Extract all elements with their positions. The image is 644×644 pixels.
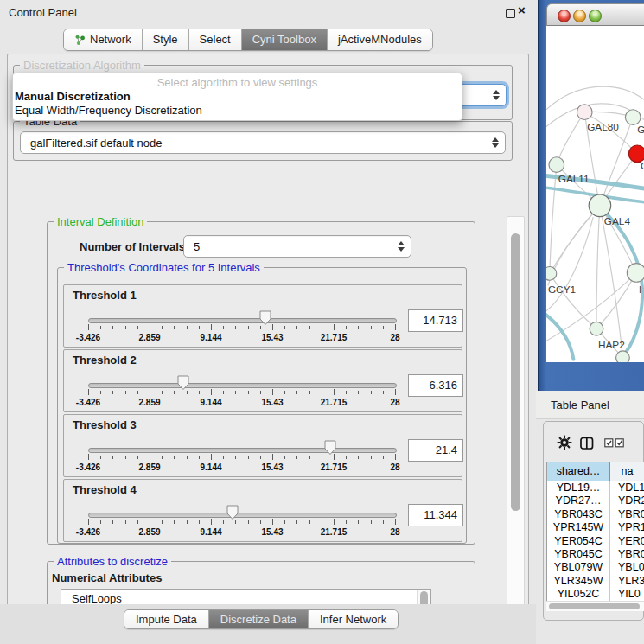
network-edge[interactable] (546, 218, 593, 312)
slider-tick (125, 326, 126, 329)
network-node-h[interactable] (627, 264, 644, 283)
table-row[interactable]: YER054CYER0 (547, 535, 644, 548)
network-edge[interactable] (546, 315, 573, 360)
slider-ticks (88, 389, 395, 397)
slider-tick (296, 520, 297, 524)
tick-label: -3.426 (76, 398, 100, 407)
close-traffic-light[interactable] (558, 10, 571, 22)
slider-tick (371, 520, 372, 524)
number-of-intervals-label: Number of Intervals (80, 240, 185, 253)
threshold-value-field[interactable]: 11.344 (408, 504, 463, 526)
table-hscrollbar-thumb[interactable] (549, 603, 640, 609)
slider-tick (88, 519, 89, 525)
slider-tick (235, 456, 236, 459)
network-edge[interactable] (596, 206, 600, 329)
table-hscrollbar[interactable] (546, 601, 644, 611)
network-edge[interactable] (557, 112, 584, 165)
table-row[interactable]: YBR045CYBR0 (547, 548, 644, 561)
table-row[interactable]: YBL079WYBL0 (547, 561, 644, 574)
algorithm-option[interactable]: Equal Width/Frequency Discretization (13, 104, 462, 118)
tab-discretize-data[interactable]: Discretize Data (209, 610, 309, 628)
table-row[interactable]: YPR145WYPR1 (547, 521, 644, 534)
network-edge[interactable] (550, 165, 557, 274)
slider-track[interactable] (88, 513, 397, 518)
window-title: Control Panel (9, 6, 77, 19)
zoom-traffic-light[interactable] (589, 10, 602, 22)
slider-tick (248, 520, 249, 524)
tab-style[interactable]: Style (143, 29, 189, 50)
checkbox-icons[interactable] (604, 438, 625, 448)
slider-thumb[interactable] (177, 375, 189, 391)
network-edge[interactable] (602, 209, 642, 360)
discretization-algorithm-title: Discretization Algorithm (20, 59, 144, 72)
slider-tick (150, 454, 150, 460)
close-icon[interactable]: × (518, 3, 526, 17)
number-of-intervals-combo[interactable]: 5 (183, 235, 411, 258)
algorithm-option[interactable]: Manual Discretization (13, 90, 462, 104)
column-header-na[interactable]: na (610, 462, 644, 481)
tab-infer-network[interactable]: Infer Network (309, 610, 398, 628)
slider-tick (100, 326, 101, 329)
thresholds-group: Threshold's Coordinates for 5 Intervals … (57, 267, 467, 544)
slider-tick (260, 326, 261, 329)
network-node-gal80[interactable] (577, 105, 592, 120)
threshold-value-field[interactable]: 14.713 (408, 309, 463, 332)
tick-label: 21.715 (321, 333, 348, 342)
combo-stepper-icon (493, 90, 500, 100)
table-row[interactable]: YIL052CYIL0 (547, 588, 644, 601)
columns-icon[interactable] (580, 437, 594, 450)
node-label: GAL80 (587, 121, 619, 132)
network-node-ga[interactable] (625, 110, 641, 125)
tab-jactivemnodules[interactable]: jActiveMNodules (328, 29, 432, 50)
slider-track[interactable] (88, 318, 397, 323)
network-graph: GAL80GACGAL11GAL4GCY1HHAP2 (546, 26, 644, 362)
network-node[interactable] (616, 351, 630, 362)
tab-label: Cyni Toolbox (252, 30, 316, 49)
control-panel-window: Control Panel × NetworkStyleSelectCyni T… (0, 0, 536, 644)
table-data-combo[interactable]: galFiltered.sif default node (20, 131, 506, 154)
slider-tick (260, 456, 261, 459)
column-header-shared-[interactable]: shared… (547, 462, 610, 481)
network-edge[interactable] (596, 272, 636, 328)
table-row[interactable]: YLR345WYLR3 (547, 575, 644, 588)
slider-tick (358, 456, 359, 459)
slider-thumb[interactable] (226, 505, 239, 520)
slider-track[interactable] (88, 448, 397, 453)
slider-tick (346, 391, 347, 394)
tick-label: 28 (390, 462, 399, 472)
interval-definition-group: Interval Definition Number of Intervals … (47, 221, 475, 545)
tab-impute-data[interactable]: Impute Data (124, 610, 209, 628)
tab-cyni-toolbox[interactable]: Cyni Toolbox (242, 29, 328, 50)
table-row[interactable]: YDR27…YDR2 (547, 494, 644, 507)
slider-tick (346, 520, 347, 524)
node-label: GAL11 (558, 173, 590, 184)
node-label: H (639, 284, 644, 295)
network-node-hap2[interactable] (590, 322, 603, 335)
network-node-gal11[interactable] (549, 157, 564, 173)
network-canvas[interactable]: GAL80GACGAL11GAL4GCY1HHAP2 (546, 26, 644, 362)
float-window-icon[interactable] (506, 9, 515, 18)
tab-network[interactable]: Network (64, 29, 143, 50)
slider-tick (223, 391, 224, 394)
network-node-gal4[interactable] (589, 194, 611, 217)
table-row[interactable]: YDL19…YDL1 (547, 481, 644, 494)
minimize-traffic-light[interactable] (573, 10, 586, 22)
tick-label: 28 (390, 398, 399, 407)
threshold-value-field[interactable]: 21.4 (408, 439, 463, 462)
panel-scrollbar[interactable] (507, 216, 525, 644)
slider-thumb[interactable] (324, 440, 336, 456)
slider-track[interactable] (88, 383, 397, 388)
table-row[interactable]: YBR043CYBR0 (547, 508, 644, 521)
network-node-gcy1[interactable] (546, 267, 557, 281)
slider-tick (235, 391, 236, 394)
panel-scrollbar-thumb[interactable] (511, 233, 520, 511)
slider-tick (296, 326, 297, 329)
tab-select[interactable]: Select (189, 29, 242, 50)
slider-thumb[interactable] (259, 310, 271, 326)
threshold-value-field[interactable]: 6.316 (408, 374, 463, 397)
gear-icon[interactable] (557, 435, 572, 450)
slider-tick (88, 324, 89, 330)
network-edge[interactable] (546, 86, 644, 111)
network-titlebar[interactable] (546, 3, 644, 26)
slider-tick (187, 520, 188, 524)
